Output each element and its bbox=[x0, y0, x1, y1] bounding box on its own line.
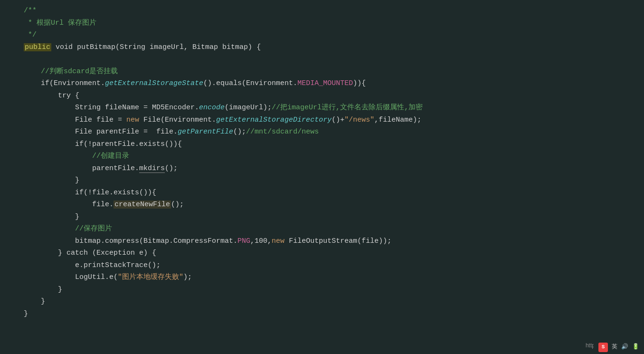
code-line-20: bitmap.compress(Bitmap.CompressFormat.PN… bbox=[24, 235, 635, 248]
code-line-9: String fileName = MD5Encoder.encode(imag… bbox=[24, 102, 635, 114]
code-line-10: File file = new File(Environment.getExte… bbox=[24, 114, 635, 126]
code-line-14: parentFile.mkdirs(); bbox=[24, 163, 635, 175]
code-line-15: } bbox=[24, 174, 635, 187]
code-line-3: */ bbox=[24, 29, 635, 41]
code-line-18: } bbox=[24, 211, 635, 223]
code-line-24: } bbox=[24, 284, 635, 296]
code-line-11: File parentFile = file.getParentFile();/… bbox=[24, 126, 635, 138]
code-line-2: * 根据Url 保存图片 bbox=[24, 17, 635, 29]
code-line-7: if(Environment.getExternalStorageState()… bbox=[24, 77, 635, 90]
code-line-12: if(!parentFile.exists()){ bbox=[24, 138, 635, 151]
code-line-17: file.createNewFile(); bbox=[24, 199, 635, 211]
code-editor: /** * 根据Url 保存图片 */ public void putBitma… bbox=[0, 0, 644, 354]
volume-icon: 🔊 bbox=[621, 343, 628, 352]
code-line-1: /** bbox=[24, 5, 635, 17]
code-line-13: //创建目录 bbox=[24, 150, 635, 163]
code-line-6: //判断sdcard是否挂载 bbox=[24, 66, 635, 78]
code-line-8: try { bbox=[24, 90, 635, 102]
battery-icon: 🔋 bbox=[632, 343, 639, 352]
lang-icon: 英 bbox=[612, 343, 617, 352]
code-line-21: } catch (Exception e) { bbox=[24, 247, 635, 259]
code-line-25: } bbox=[24, 296, 635, 308]
code-line-19: //保存图片 bbox=[24, 223, 635, 235]
code-line-23: LogUtil.e("图片本地缓存失败"); bbox=[24, 271, 635, 284]
code-line-22: e.printStackTrace(); bbox=[24, 259, 635, 272]
taskbar: S 英 🔊 🔋 bbox=[594, 341, 644, 354]
csdn-icon: S bbox=[598, 343, 608, 352]
code-line-4: public void putBitmap(String imageUrl, B… bbox=[24, 41, 635, 54]
code-line-5 bbox=[24, 53, 635, 66]
code-line-16: if(!file.exists()){ bbox=[24, 187, 635, 199]
code-line-26: } bbox=[24, 308, 635, 320]
